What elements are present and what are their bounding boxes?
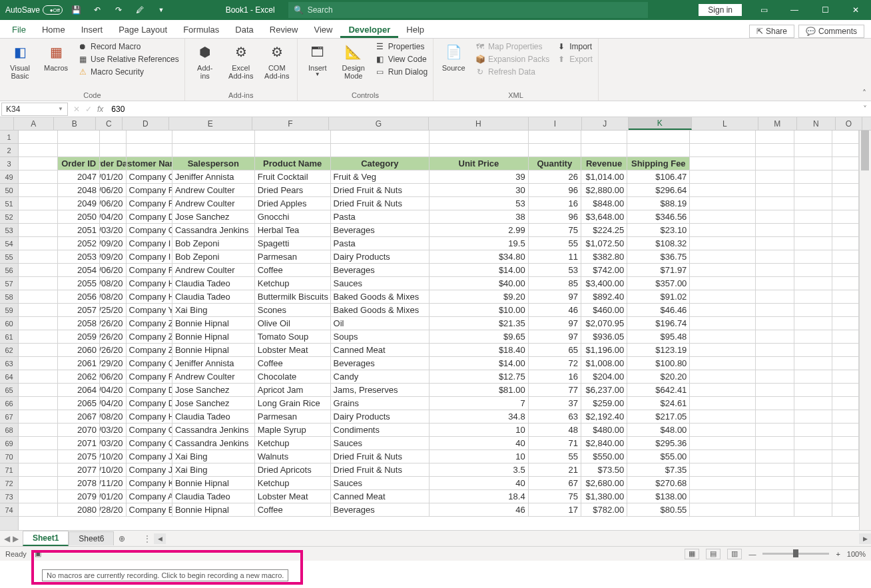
cell[interactable]: Company BB [127,503,172,517]
cell[interactable] [756,330,794,344]
cell[interactable]: 37 [529,397,581,410]
cell[interactable]: 2056 [58,290,99,304]
cell[interactable]: Company D [127,397,172,410]
cell[interactable] [756,184,794,197]
cell[interactable]: $18.40 [430,344,529,357]
cell[interactable] [690,424,756,437]
cell[interactable]: 97 [529,330,581,344]
cell[interactable]: $1,072.50 [581,237,627,250]
row-header[interactable]: 66 [0,397,18,410]
cell[interactable]: $1,380.00 [581,490,627,503]
horizontal-scrollbar[interactable] [168,533,856,544]
col-header-K[interactable]: K [629,117,692,130]
cell[interactable] [832,157,859,170]
cell[interactable]: Jeniffer Annista [172,357,255,370]
run-dialog-button[interactable]: ▭Run Dialog [375,67,428,77]
cell[interactable] [627,144,690,157]
cell[interactable]: Customer Name [127,157,172,170]
cell[interactable]: Bob Zeponi [172,250,255,264]
cell[interactable]: 2055 [58,277,99,290]
cell[interactable] [19,237,58,250]
cell[interactable] [756,157,794,170]
cell[interactable]: Company J [127,450,172,463]
cell[interactable]: 03/04/20 [100,397,127,410]
cell[interactable]: $357.00 [627,277,690,290]
cell[interactable]: 03/11/20 [100,477,127,490]
cell[interactable]: 67 [529,477,581,490]
cell[interactable]: $480.00 [581,424,627,437]
cell[interactable]: Condiments [331,424,430,437]
cell[interactable]: $73.50 [581,463,627,477]
cell[interactable] [756,304,794,317]
cell[interactable] [794,384,832,397]
cell[interactable]: Jose Sanchez [172,397,255,410]
visual-basic-button[interactable]: ◧Visual Basic [5,41,35,80]
cell[interactable] [690,131,756,144]
cell[interactable]: Long Grain Rice [255,397,331,410]
col-header-D[interactable]: D [123,117,169,130]
cell[interactable]: 2051 [58,224,99,237]
cell[interactable]: Dried Apples [255,197,331,210]
cell[interactable] [430,144,529,157]
row-header[interactable]: 63 [0,357,18,370]
cell[interactable]: $2,070.95 [581,317,627,330]
cell[interactable]: Candy [331,370,430,384]
cell[interactable]: Jose Sanchez [172,384,255,397]
cell[interactable] [794,264,832,277]
expand-formula-icon[interactable]: ˅ [859,105,871,114]
cell[interactable] [756,490,794,503]
row-header[interactable]: 53 [0,224,18,237]
cell[interactable]: Company H [127,290,172,304]
cell[interactable]: Dairy Products [331,250,430,264]
view-code-button[interactable]: ◧View Code [375,54,428,65]
cell[interactable] [832,503,859,517]
cell[interactable]: $6,237.00 [581,384,627,397]
select-all-corner[interactable] [0,117,14,131]
cell[interactable] [756,197,794,210]
cell[interactable]: Dried Fruit & Nuts [331,463,430,477]
cell[interactable]: 03/08/20 [100,277,127,290]
cell[interactable]: 2061 [58,357,99,370]
cell[interactable]: Xai Bing [172,463,255,477]
cell[interactable]: 10 [430,450,529,463]
cell[interactable] [100,144,127,157]
cell[interactable]: Company H [127,277,172,290]
row-header[interactable]: 52 [0,210,18,224]
cell[interactable] [756,264,794,277]
cell[interactable] [794,490,832,503]
cell[interactable] [529,131,581,144]
cell[interactable] [690,503,756,517]
minimize-icon[interactable]: — [779,0,810,20]
cell[interactable]: 03/29/20 [100,357,127,370]
cell[interactable] [19,424,58,437]
row-header[interactable]: 67 [0,410,18,424]
cell[interactable]: Grains [331,397,430,410]
cell[interactable] [19,384,58,397]
cell[interactable] [832,330,859,344]
cell[interactable]: 65 [529,344,581,357]
cell[interactable] [794,250,832,264]
cell[interactable] [756,210,794,224]
cell[interactable]: 03/03/20 [100,437,127,450]
cell[interactable] [794,503,832,517]
cell[interactable] [690,490,756,503]
cell[interactable]: Andrew Coulter [172,184,255,197]
cell[interactable]: Pasta [331,237,430,250]
cell[interactable]: Dried Pears [255,184,331,197]
cell[interactable]: Claudia Tadeo [172,290,255,304]
cell[interactable] [756,290,794,304]
cell[interactable]: Cassandra Jenkins [172,437,255,450]
cell[interactable]: 2064 [58,384,99,397]
vertical-scrollbar[interactable] [859,131,871,530]
tab-file[interactable]: File [4,21,34,38]
redo-icon[interactable]: ↷ [111,2,127,18]
design-mode-button[interactable]: 📐Design Mode [339,41,368,80]
cell[interactable] [19,197,58,210]
cell[interactable] [794,131,832,144]
cell[interactable]: Quantity [529,157,581,170]
col-header-C[interactable]: C [96,117,123,130]
cell[interactable]: 40 [430,477,529,490]
cell[interactable]: 53 [430,197,529,210]
cell[interactable]: 17 [529,503,581,517]
cell[interactable]: Company Z [127,330,172,344]
